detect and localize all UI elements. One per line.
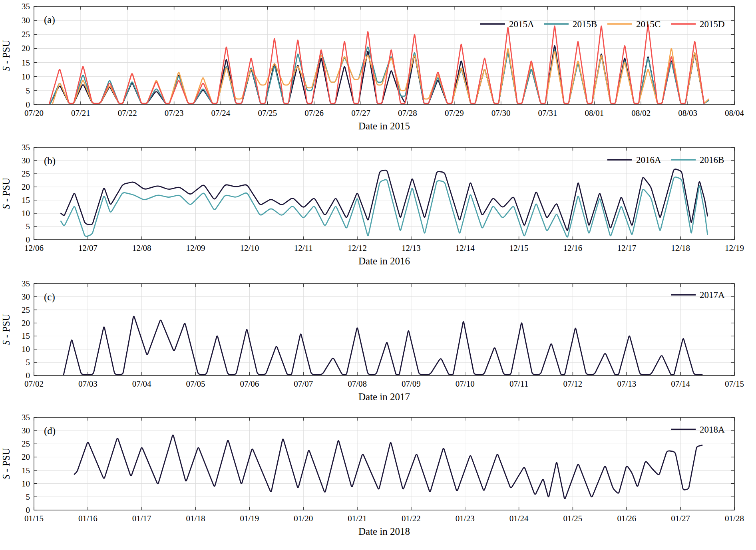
series-line-2016A: [61, 169, 707, 230]
y-tick-label: 15: [22, 195, 30, 205]
legend-label: 2016B: [700, 155, 724, 165]
x-tick-label: 12/14: [456, 243, 475, 253]
x-tick-label: 12/06: [24, 243, 44, 253]
x-tick-label: 12/07: [78, 243, 97, 253]
y-tick-label: 10: [22, 208, 30, 218]
y-tick-label: 30: [22, 16, 30, 25]
figure-canvas: 07/2007/2107/2207/2307/2407/2507/2607/27…: [0, 0, 756, 550]
y-tick-label: 30: [22, 156, 30, 165]
x-tick-label: 12/09: [186, 243, 205, 253]
x-tick-label: 01/19: [240, 514, 259, 523]
x-tick-label: 12/10: [240, 243, 259, 253]
y-tick-label: 5: [26, 86, 30, 95]
x-tick-label: 07/04: [132, 379, 151, 389]
series-line-2017A: [64, 316, 702, 375]
x-tick-label: 07/06: [240, 379, 259, 389]
x-tick-label: 12/12: [348, 243, 367, 253]
axes-box: [34, 284, 734, 375]
legend-label: 2016A: [636, 155, 661, 165]
x-tick-label: 07/07: [294, 379, 313, 389]
y-tick-label: 15: [22, 331, 30, 341]
x-tick-label: 07/26: [304, 108, 324, 118]
panel-letter: (b): [44, 155, 56, 167]
legend-item-2015A: 2015A: [480, 19, 534, 29]
y-tick-label: 5: [26, 222, 30, 231]
x-tick-label: 07/14: [671, 379, 690, 389]
x-tick-label: 01/26: [617, 514, 636, 523]
x-tick-label: 12/19: [725, 243, 744, 253]
y-tick-label: 10: [22, 72, 30, 81]
x-tick-label: 07/08: [348, 379, 367, 389]
x-tick-label: 12/13: [402, 243, 421, 253]
x-tick-label: 07/24: [211, 108, 231, 118]
y-tick-label: 25: [22, 305, 30, 315]
panel-letter: (a): [44, 14, 55, 26]
legend-item-2018A: 2018A: [671, 425, 725, 435]
x-tick-label: 12/11: [294, 243, 313, 253]
x-tick-label: 07/21: [71, 108, 90, 118]
legend-label: 2015B: [573, 19, 597, 29]
y-tick-label: 10: [22, 479, 30, 488]
x-tick-label: 07/03: [78, 379, 97, 389]
y-tick-label: 35: [22, 413, 30, 422]
x-axis-label: Date in 2016: [358, 256, 410, 266]
panel-letter: (d): [44, 425, 56, 437]
y-tick-label: 15: [22, 58, 30, 68]
x-tick-label: 07/11: [509, 379, 528, 389]
legend-label: 2017A: [700, 290, 725, 300]
x-tick-label: 07/02: [24, 379, 44, 389]
x-axis-label: Date in 2018: [358, 526, 410, 537]
x-tick-label: 07/20: [24, 108, 44, 118]
y-axis-label: S - PSU: [1, 40, 12, 71]
legend-item-2017A: 2017A: [671, 290, 725, 300]
x-tick-label: 07/22: [118, 108, 137, 118]
panel-b: 12/0612/0712/0812/0912/1012/1112/1212/13…: [1, 143, 744, 266]
legend-label: 2018A: [700, 425, 725, 435]
x-tick-label: 01/21: [348, 514, 367, 523]
y-tick-label: 0: [26, 100, 30, 109]
x-tick-label: 01/23: [456, 514, 475, 523]
y-tick-label: 20: [22, 182, 30, 192]
axes-box: [34, 147, 734, 240]
x-tick-label: 07/27: [351, 108, 370, 118]
x-tick-label: 08/03: [678, 108, 697, 118]
x-tick-label: 07/23: [165, 108, 184, 118]
x-tick-label: 07/09: [402, 379, 421, 389]
y-tick-label: 25: [22, 439, 30, 449]
legend-label: 2015C: [636, 19, 661, 29]
x-tick-label: 01/15: [24, 514, 44, 523]
y-tick-label: 20: [22, 452, 30, 462]
series-line-2018A: [74, 435, 702, 498]
panel-d: 01/1501/1601/1701/1801/1901/2001/2101/22…: [1, 413, 744, 537]
x-tick-label: 08/01: [585, 108, 604, 118]
x-tick-label: 07/12: [563, 379, 583, 389]
x-tick-label: 07/05: [186, 379, 205, 389]
legend-item-2015C: 2015C: [607, 19, 661, 29]
y-axis-label: S - PSU: [1, 178, 12, 209]
y-tick-label: 10: [22, 344, 30, 354]
x-tick-label: 01/16: [78, 514, 97, 523]
x-tick-label: 07/31: [538, 108, 557, 118]
legend-item-2015B: 2015B: [544, 19, 597, 29]
x-tick-label: 01/25: [563, 514, 583, 523]
y-tick-label: 15: [22, 466, 30, 475]
y-tick-label: 20: [22, 44, 30, 53]
series-line-2015A: [50, 46, 704, 103]
y-tick-label: 0: [26, 505, 30, 515]
x-tick-label: 07/25: [258, 108, 277, 118]
x-tick-label: 07/28: [398, 108, 417, 118]
x-tick-label: 07/30: [491, 108, 511, 118]
legend-item-2016A: 2016A: [607, 155, 661, 165]
y-tick-label: 30: [22, 426, 30, 435]
x-tick-label: 12/18: [671, 243, 690, 253]
x-tick-label: 08/02: [631, 108, 651, 118]
x-axis-label: Date in 2015: [358, 121, 410, 131]
x-tick-label: 01/17: [132, 514, 151, 523]
x-axis-label: Date in 2017: [358, 391, 410, 402]
legend-item-2015D: 2015D: [671, 19, 725, 29]
y-axis-label: S - PSU: [1, 314, 12, 345]
x-tick-label: 01/22: [402, 514, 421, 523]
y-tick-label: 35: [22, 279, 30, 288]
legend-label: 2015D: [700, 19, 725, 29]
y-tick-label: 5: [26, 357, 30, 367]
